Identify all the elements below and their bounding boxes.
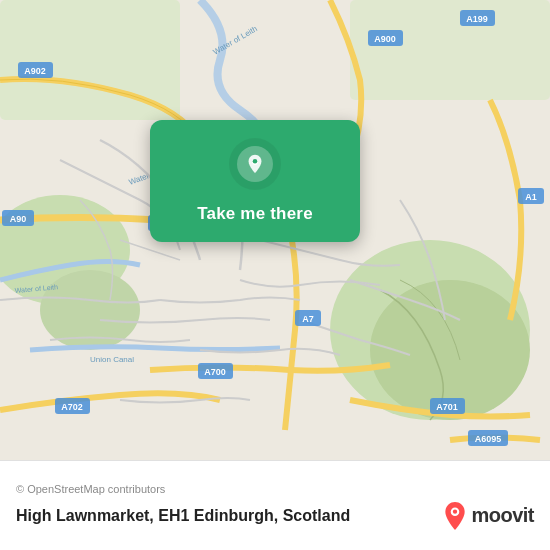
map-attribution: © OpenStreetMap contributors [16, 483, 534, 495]
moovit-label: moovit [471, 504, 534, 527]
svg-text:A900: A900 [374, 34, 396, 44]
svg-text:A199: A199 [466, 14, 488, 24]
location-text: High Lawnmarket, EH1 Edinburgh, Scotland [16, 507, 350, 525]
svg-text:A7: A7 [302, 314, 314, 324]
location-row: High Lawnmarket, EH1 Edinburgh, Scotland… [16, 501, 534, 531]
overlay-card: Take me there [150, 120, 360, 242]
svg-point-34 [253, 159, 258, 164]
svg-text:A701: A701 [436, 402, 458, 412]
map-container: Water of Leith Water o Union Canal Water… [0, 0, 550, 460]
location-pin-background [229, 138, 281, 190]
svg-text:A90: A90 [10, 214, 27, 224]
svg-rect-6 [350, 0, 550, 100]
svg-text:A702: A702 [61, 402, 83, 412]
svg-text:A902: A902 [24, 66, 46, 76]
moovit-pin-icon [443, 501, 467, 531]
location-pin-inner [237, 146, 273, 182]
svg-point-36 [453, 509, 457, 513]
svg-text:A700: A700 [204, 367, 226, 377]
svg-text:A1: A1 [525, 192, 537, 202]
svg-text:A6095: A6095 [475, 434, 502, 444]
take-me-there-button[interactable]: Take me there [197, 202, 313, 226]
moovit-logo: moovit [443, 501, 534, 531]
svg-text:Union Canal: Union Canal [90, 355, 134, 364]
location-pin-icon [244, 153, 266, 175]
bottom-bar: © OpenStreetMap contributors High Lawnma… [0, 460, 550, 550]
